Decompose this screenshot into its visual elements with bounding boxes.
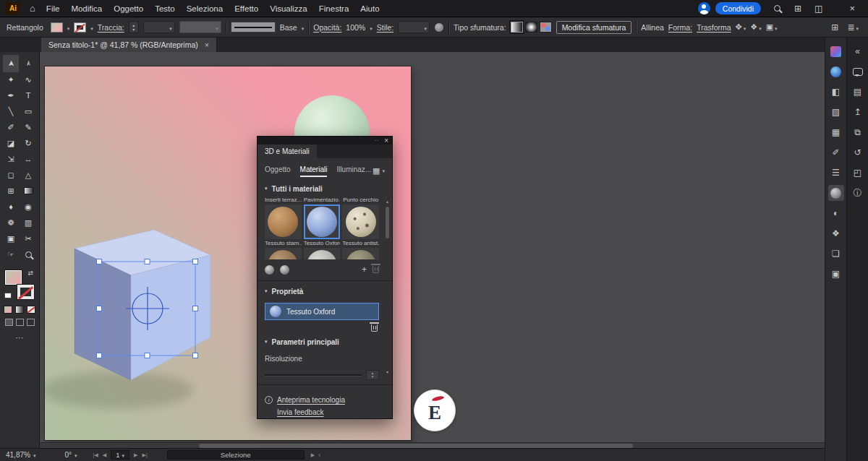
search-button[interactable]: [768, 4, 786, 13]
gradient-radial-button[interactable]: [525, 22, 537, 33]
feedback-link[interactable]: Invia feedback: [277, 406, 385, 418]
gradient-tool[interactable]: [20, 183, 37, 199]
render-settings-icon[interactable]: [373, 166, 380, 176]
shape-panel-link[interactable]: Forma:: [668, 23, 692, 32]
align-panel-link[interactable]: Allinea: [641, 23, 664, 32]
3d-materials-panel-icon[interactable]: [828, 185, 844, 201]
direct-selection-tool[interactable]: ➣: [20, 55, 36, 72]
export-panel-icon[interactable]: ↥: [850, 104, 866, 120]
stroke-weight-stepper[interactable]: [129, 21, 139, 33]
menu-aiuto[interactable]: Aiuto: [354, 0, 385, 17]
menu-testo[interactable]: Testo: [149, 0, 181, 17]
fill-swatch-chevron-icon[interactable]: [67, 23, 70, 32]
panel-titlebar[interactable]: [258, 137, 392, 145]
menu-effetto[interactable]: Effetto: [229, 0, 264, 17]
recolor-artwork-icon[interactable]: [434, 22, 444, 33]
transform-panel-link[interactable]: Trasforma: [697, 23, 731, 32]
menu-seleziona[interactable]: Seleziona: [181, 0, 229, 17]
pen-tool[interactable]: ✒: [2, 87, 20, 103]
shape-options-group[interactable]: ❖: [750, 22, 761, 32]
collapse-dock-icon[interactable]: «: [850, 43, 866, 59]
brush-chevron-icon[interactable]: [302, 23, 305, 32]
scale-tool[interactable]: ⇲: [2, 151, 20, 167]
column-graph-tool[interactable]: ▥: [20, 215, 37, 231]
brushes-icon[interactable]: ✐: [828, 145, 844, 160]
opacity-panel-link[interactable]: Opacità:: [313, 23, 341, 32]
status-resize-grip[interactable]: [318, 451, 320, 459]
color-icon[interactable]: ◧: [828, 84, 844, 100]
render-settings-chevron-icon[interactable]: [382, 167, 385, 174]
material-thumb-partial[interactable]: [342, 248, 379, 259]
zoom-tool[interactable]: [20, 246, 37, 262]
horizontal-scrollbar[interactable]: [40, 442, 825, 448]
artboard-number-dropdown[interactable]: 1: [111, 450, 129, 460]
rotation-chevron-icon[interactable]: [75, 451, 77, 459]
panel-tab-illuminaz[interactable]: Illuminaz...: [336, 165, 371, 176]
artboard-tool[interactable]: ▣: [2, 231, 20, 246]
pencil-tool[interactable]: ✎: [20, 119, 37, 135]
resolution-stepper[interactable]: [366, 370, 379, 380]
fill-swatch[interactable]: [4, 270, 22, 285]
hand-tool[interactable]: ☞: [2, 246, 20, 262]
cube-front-face[interactable]: [131, 255, 210, 380]
free-transform-tool[interactable]: ◻: [2, 167, 20, 183]
stroke-swatch[interactable]: [17, 284, 35, 300]
draw-normal-button[interactable]: [5, 319, 13, 326]
stroke-panel-icon[interactable]: ☰: [828, 165, 844, 181]
rectangle-tool[interactable]: ▭: [20, 103, 37, 119]
material-thumb-tessuto-stam[interactable]: [265, 204, 302, 239]
tech-preview-link[interactable]: i Anteprima tecnologia: [265, 394, 385, 406]
symbol-sprayer-tool[interactable]: ❁: [2, 215, 20, 231]
menu-file[interactable]: File: [41, 0, 66, 17]
swap-fill-stroke-icon[interactable]: [27, 270, 33, 277]
account-avatar[interactable]: [698, 2, 710, 14]
panel-tab-oggetto[interactable]: Oggetto: [265, 165, 291, 176]
panel-tab-materiali[interactable]: Materiali: [300, 165, 328, 176]
gradient-linear-button[interactable]: [511, 22, 523, 33]
resolution-slider[interactable]: [265, 374, 362, 376]
material-thumb-tessuto-antist[interactable]: [342, 204, 379, 239]
color-guide-icon[interactable]: ▧: [828, 104, 844, 120]
color-mode-solid-button[interactable]: [4, 306, 12, 314]
eyedropper-tool[interactable]: ♦: [2, 199, 20, 215]
color-themes-icon[interactable]: [828, 64, 844, 79]
panel-scrollbar[interactable]: [384, 196, 391, 375]
remove-selected-material-icon[interactable]: [371, 324, 378, 332]
navigator-panel-icon[interactable]: ◰: [850, 165, 866, 181]
zoom-level-control[interactable]: 41,87%: [6, 451, 35, 459]
canvas[interactable]: E: [40, 52, 825, 448]
edit-gradient-button[interactable]: Modifica sfumatura: [556, 21, 632, 34]
style-dropdown[interactable]: [398, 21, 430, 33]
add-material-icon[interactable]: [362, 265, 367, 274]
menu-visualizza[interactable]: Visualizza: [264, 0, 313, 17]
parameters-section-header[interactable]: Parametri principali: [265, 335, 385, 349]
panel-close-icon[interactable]: [384, 137, 388, 145]
workspace-switcher-icon[interactable]: [789, 4, 807, 14]
eraser-tool[interactable]: ◪: [2, 135, 20, 151]
first-artboard-icon[interactable]: [93, 452, 98, 458]
previous-artboard-icon[interactable]: [103, 452, 106, 458]
all-materials-section-header[interactable]: Tutti i materiali: [265, 181, 385, 196]
share-button[interactable]: Condividi: [715, 2, 761, 14]
info-panel-icon[interactable]: ⓘ: [850, 185, 866, 201]
color-mode-none-button[interactable]: [27, 306, 35, 314]
fill-color-swatch[interactable]: [51, 22, 63, 33]
blend-tool[interactable]: ◉: [20, 199, 37, 215]
document-close-icon[interactable]: [205, 40, 209, 49]
scroll-down-icon[interactable]: [386, 366, 388, 375]
panel-options-group[interactable]: [847, 22, 859, 33]
last-artboard-icon[interactable]: [142, 452, 148, 458]
swatches-icon[interactable]: ▦: [828, 124, 844, 140]
arrange-documents-icon[interactable]: [809, 4, 827, 14]
selection-tool[interactable]: ➤: [3, 55, 19, 72]
line-segment-tool[interactable]: ╲: [2, 103, 20, 119]
libraries-panel-icon[interactable]: ▤: [850, 84, 866, 100]
material-library-icon[interactable]: [280, 265, 289, 275]
lasso-tool[interactable]: ∿: [20, 72, 37, 87]
default-fill-stroke-icon[interactable]: [4, 293, 12, 298]
menu-finestra[interactable]: Finestra: [313, 0, 355, 17]
illustrator-logo[interactable]: Ai: [6, 2, 20, 14]
delete-material-icon[interactable]: [373, 266, 379, 273]
material-thumb-partial[interactable]: [265, 248, 302, 259]
draw-behind-button[interactable]: [16, 319, 24, 326]
